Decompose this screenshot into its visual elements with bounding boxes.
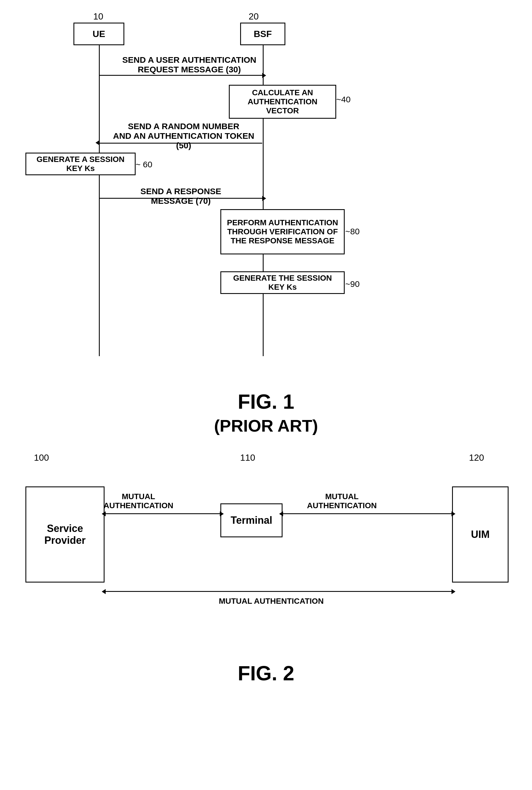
- step80-text: PERFORM AUTHENTICATION THROUGH VERIFICAT…: [227, 218, 338, 245]
- terminal-box: Terminal: [221, 503, 283, 537]
- ue-node-number: 10: [93, 11, 103, 22]
- bsf-node-number: 20: [249, 11, 259, 22]
- step80-num: ~80: [345, 227, 360, 236]
- node100-num: 100: [34, 452, 49, 463]
- bsf-box: BSF: [240, 23, 285, 45]
- step40-num: ~40: [336, 95, 350, 104]
- step90-num: ~90: [345, 279, 360, 289]
- ue-box: UE: [74, 23, 124, 45]
- node110-num: 110: [240, 452, 255, 463]
- step60-num: ~ 60: [136, 160, 152, 169]
- ue-vline: [99, 45, 100, 356]
- arrow-sp-uim: [106, 591, 452, 592]
- sp-text: Service Provider: [44, 523, 86, 546]
- step90-box: GENERATE THE SESSION KEY Ks: [221, 271, 345, 294]
- arrow-sp-terminal-label: MUTUALAUTHENTICATION: [82, 492, 195, 510]
- arrow-terminal-uim: [283, 513, 452, 514]
- step60-text: GENERATE A SESSION KEY Ks: [31, 155, 130, 173]
- fig1-title: FIG. 1: [17, 390, 515, 413]
- step60-box: GENERATE A SESSION KEY Ks: [25, 153, 136, 175]
- arrow-50-head: [95, 140, 99, 145]
- uim-box: UIM: [452, 486, 509, 583]
- fig2-diagram: 100 110 120 Service Provider Terminal UI…: [17, 452, 515, 645]
- arrow-sp-uim-label: MUTUAL AUTHENTICATION: [187, 597, 356, 606]
- fig1-subtitle: (PRIOR ART): [17, 416, 515, 436]
- page: 10 20 UE BSF SEND A USER AUTHENTICATIONR…: [0, 0, 532, 790]
- step70-label: SEND A RESPONSE MESSAGE (70): [127, 187, 234, 206]
- step30-label: SEND A USER AUTHENTICATIONREQUEST MESSAG…: [121, 55, 257, 74]
- step40-box: CALCULATE AN AUTHENTICATION VECTOR: [229, 85, 336, 119]
- arrow-terminal-uim-label: MUTUALAUTHENTICATION: [285, 492, 398, 510]
- fig2-title: FIG. 2: [17, 662, 515, 685]
- step80-box: PERFORM AUTHENTICATION THROUGH VERIFICAT…: [221, 209, 345, 255]
- step90-text: GENERATE THE SESSION KEY Ks: [226, 274, 339, 292]
- step40-text: CALCULATE AN AUTHENTICATION VECTOR: [234, 88, 331, 115]
- arrow-sp-terminal: [106, 513, 220, 514]
- fig1-diagram: 10 20 UE BSF SEND A USER AUTHENTICATIONR…: [17, 11, 515, 373]
- node120-num: 120: [469, 452, 484, 463]
- arrow-30: [99, 75, 262, 76]
- step50-label: SEND A RANDOM NUMBERAND AN AUTHENTICATIO…: [113, 121, 254, 150]
